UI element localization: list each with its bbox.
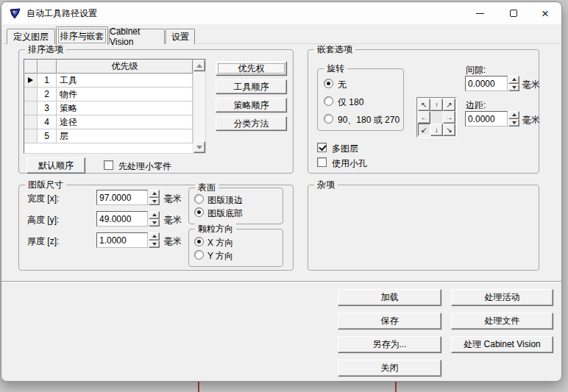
pad-up-button[interactable]: ↑ [430,99,443,111]
pad-up-right-button[interactable]: ↗ [443,99,455,111]
pad-up-left-button[interactable]: ↖ [418,99,430,111]
height-spinner [149,211,160,227]
table-row[interactable]: 3 策略 [24,101,205,115]
table-row[interactable]: 1 工具 [24,74,205,88]
row-value[interactable]: 层 [57,129,193,143]
height-label: 高度 [y]: [27,214,59,227]
table-row[interactable]: 5 层 [24,129,205,143]
pad-center [430,111,443,124]
gap-spin-up-button[interactable] [508,76,519,84]
row-selector-cell[interactable] [24,88,38,101]
tool-order-button[interactable]: 工具顺序 [216,79,287,94]
thickness-spin-down-button[interactable] [149,240,160,249]
width-spin-down-button[interactable] [149,198,160,206]
spin-up-icon [512,113,516,116]
surface-top-label: 图版顶边 [207,194,243,207]
margin-spinner [508,111,519,126]
gap-spin-down-button[interactable] [508,84,519,92]
default-order-button[interactable]: 默认顺序 [26,157,85,174]
row-selector-cell[interactable] [24,115,38,129]
row-selector-cell[interactable] [24,74,38,88]
multi-layer-checkbox[interactable] [317,143,327,152]
height-spin-up-button[interactable] [149,211,160,219]
spin-up-icon [152,213,157,216]
tab-label: 定义图层 [13,31,49,43]
use-small-holes-checkbox[interactable] [317,157,327,167]
tab-sort-and-nesting[interactable]: 排序与嵌套 [56,26,108,45]
tab-label: Cabinet Vision [110,26,164,47]
minimize-icon [476,13,484,14]
scroll-down-button[interactable] [194,141,205,153]
row-value[interactable]: 策略 [57,101,193,115]
maximize-icon [510,10,517,17]
spin-up-icon [152,192,157,195]
tab-label: 排序与嵌套 [60,30,104,43]
small-parts-first-checkbox[interactable] [104,160,113,170]
sort-method-button[interactable]: 分类方法 [216,116,287,131]
surface-top-radio[interactable] [194,194,204,204]
row-selector-cell[interactable] [24,129,38,143]
thickness-input[interactable] [96,232,148,248]
strategy-order-button[interactable]: 策略顺序 [216,98,287,113]
rotation-none-radio[interactable] [324,79,333,88]
row-value[interactable]: 途径 [57,115,193,129]
save-as-button[interactable]: 另存为... [338,336,441,353]
spin-down-icon [152,200,157,203]
surface-bottom-radio[interactable] [194,207,204,217]
margin-spin-up-button[interactable] [508,111,519,119]
thickness-spin-up-button[interactable] [149,232,160,240]
spin-down-icon [152,243,157,246]
margin-spin-down-button[interactable] [508,119,519,127]
pad-left-button[interactable]: ← [418,111,430,124]
spin-down-icon [152,221,157,224]
pad-down-button[interactable]: ↓ [430,124,443,136]
row-value[interactable]: 工具 [57,74,193,88]
grain-y-radio[interactable] [194,250,204,260]
close-button[interactable]: × [529,2,561,24]
width-spin-up-button[interactable] [149,190,160,198]
process-file-button[interactable]: 处理文件 [451,313,553,329]
row-value[interactable]: 物件 [57,88,193,101]
pad-down-right-button[interactable]: ↘ [443,124,455,136]
maximize-button[interactable] [497,2,530,24]
gap-input[interactable] [465,76,508,91]
save-button[interactable]: 保存 [338,313,441,329]
tab-settings[interactable]: 设置 [166,29,195,44]
thickness-spinner [149,232,160,248]
table-row[interactable]: 4 途径 [24,115,205,129]
small-parts-first-label: 先处理小零件 [118,160,171,173]
width-input[interactable] [96,190,148,205]
rotation-180-radio[interactable] [324,96,333,106]
load-button[interactable]: 加载 [338,289,441,306]
pad-down-left-button[interactable]: ↙ [418,124,430,136]
height-spin-down-button[interactable] [149,219,160,227]
process-active-button[interactable]: 处理活动 [451,289,553,306]
group-label: 表面 [195,182,219,193]
scroll-up-button[interactable] [194,60,205,71]
row-selector-cell[interactable] [24,101,38,115]
title-bar[interactable]: 自动工具路径设置 × [1,2,561,24]
tab-cabinet-vision[interactable]: Cabinet Vision [109,29,165,44]
process-cabinet-vision-button[interactable]: 处理 Cabinet Vision [451,336,553,353]
tab-define-layers[interactable]: 定义图层 [7,29,55,44]
use-small-holes-label: 使用小孔 [332,157,367,170]
priority-button[interactable]: 优先权 [216,61,287,76]
surface-bottom-label: 图版底部 [207,207,243,220]
rotation-90-180-270-label: 90、180 或 270 [338,114,400,126]
pad-right-button[interactable]: → [443,111,455,124]
background-red-line [198,380,199,392]
grain-x-radio[interactable] [194,237,204,246]
close-dialog-button[interactable]: 关闭 [338,360,441,377]
spin-up-icon [152,235,157,238]
priority-table: 优先级 1 工具 2 物件 3 策略 4 途径 5 层 [24,59,206,154]
group-label: 旋转 [324,63,347,74]
margin-input[interactable] [465,111,508,126]
rotation-90-180-270-radio[interactable] [324,114,333,124]
table-scrollbar[interactable] [193,60,205,153]
table-row[interactable]: 2 物件 [24,88,205,101]
height-input[interactable] [96,211,148,227]
group-label: 排序选项 [25,44,66,54]
minimize-button[interactable] [463,2,497,24]
window-title: 自动工具路径设置 [26,2,97,24]
height-unit-label: 毫米 [164,214,182,227]
